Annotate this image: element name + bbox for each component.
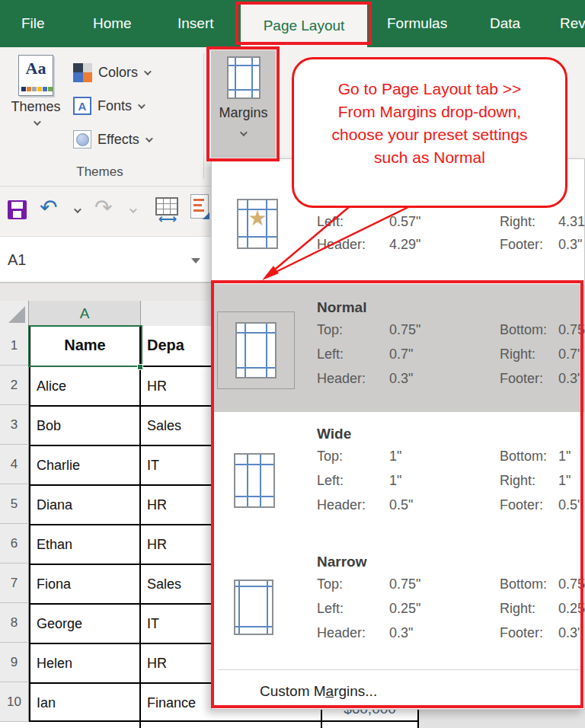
- margins-dropdown-menu: ★ Left: 0.57" Right: 4.31" Header: 4.29"…: [211, 158, 585, 710]
- cell-a10[interactable]: Ian: [29, 684, 141, 722]
- excel-window: File Home Insert Page Layout Formulas Da…: [0, 0, 585, 728]
- chevron-down-icon: [240, 129, 248, 136]
- themes-icon: Aa: [18, 55, 53, 96]
- theme-color-swatches: [21, 87, 53, 91]
- undo-icon[interactable]: ↶: [40, 197, 57, 219]
- star-icon: ★: [238, 206, 277, 231]
- tab-file[interactable]: File: [21, 0, 45, 47]
- last-custom-margins-icon: ★: [237, 199, 278, 249]
- tab-home[interactable]: Home: [93, 0, 132, 47]
- row-header-8[interactable]: 8: [0, 603, 29, 643]
- wide-margins-icon: [234, 453, 275, 508]
- sheet-background-strip: [419, 710, 585, 728]
- name-box-dropdown-icon[interactable]: [191, 258, 200, 263]
- cell-a4[interactable]: Charlie: [29, 446, 141, 486]
- redo-icon[interactable]: ↷: [94, 197, 112, 219]
- undo-chevron-icon[interactable]: [74, 206, 82, 213]
- menu-separator: [218, 669, 580, 670]
- preset-title: Normal: [317, 299, 366, 316]
- margins-label: Margins: [211, 105, 276, 121]
- callout-line: Go to Page Layout tab >>: [294, 78, 565, 101]
- fonts-icon: A: [73, 97, 91, 115]
- menu-item-wide[interactable]: Wide Top: 1" Bottom: 1" Left: 1" Right: …: [212, 412, 585, 540]
- menu-item-normal[interactable]: Normal Top: 0.75" Bottom: 0.75" Left: 0.…: [212, 284, 585, 412]
- cell-a3[interactable]: Bob: [29, 407, 141, 446]
- redo-chevron-icon[interactable]: [129, 206, 137, 213]
- row-header-7[interactable]: 7: [0, 564, 29, 603]
- cell-a5[interactable]: Diana: [29, 486, 141, 525]
- formula-bar-row: A1: [0, 236, 211, 283]
- chevron-down-icon: [138, 101, 145, 109]
- save-icon[interactable]: [8, 200, 27, 219]
- fill-handle[interactable]: [137, 364, 143, 370]
- group-separator: [203, 53, 204, 179]
- margins-button[interactable]: Margins: [211, 50, 276, 158]
- cell-a8[interactable]: George: [29, 605, 141, 644]
- tab-page-layout[interactable]: Page Layout: [241, 4, 367, 47]
- effects-button[interactable]: Effects: [73, 129, 151, 149]
- preset-title: Wide: [317, 426, 351, 442]
- themes-group-label: Themes: [0, 164, 200, 180]
- row-header-1[interactable]: 1: [0, 326, 29, 366]
- active-cell-selection-border: [28, 325, 142, 367]
- narrow-margins-icon: [234, 580, 273, 635]
- menu-item-narrow[interactable]: Narrow Top: 0.75" Bottom: 0.75" Left: 0.…: [212, 540, 585, 668]
- row-header-6[interactable]: 6: [0, 524, 29, 564]
- quick-access-toolbar: ↶ ↷ ⟷: [0, 187, 211, 236]
- row-header-4[interactable]: 4: [0, 445, 29, 484]
- row11-cell-a-partial[interactable]: [29, 722, 141, 728]
- row-header-10[interactable]: 10: [0, 682, 29, 722]
- row11-cell-b-partial[interactable]: [141, 722, 322, 728]
- callout-line: From Margins drop-down,: [294, 101, 565, 123]
- menu-item-custom-margins[interactable]: Custom Margins...: [212, 674, 585, 709]
- select-all-triangle-icon: [8, 306, 25, 323]
- cell-a9[interactable]: Helen: [29, 644, 141, 684]
- row-header-5[interactable]: 5: [0, 484, 29, 524]
- chevron-down-icon: [144, 68, 152, 75]
- annotation-callout: Go to Page Layout tab >> From Margins dr…: [292, 57, 567, 208]
- themes-label: Themes: [9, 99, 62, 115]
- column-header-a[interactable]: A: [29, 301, 141, 326]
- cell-a2[interactable]: Alice: [29, 367, 141, 407]
- themes-button[interactable]: Aa Themes: [9, 55, 62, 154]
- callout-line: such as Normal: [294, 146, 565, 169]
- preset-title: Narrow: [317, 554, 366, 570]
- tab-review[interactable]: Rev: [560, 0, 585, 47]
- row11-cell-c-partial[interactable]: [322, 722, 419, 728]
- row-header-2[interactable]: 2: [0, 366, 29, 405]
- name-box[interactable]: A1: [8, 237, 26, 283]
- normal-margins-icon: [235, 322, 277, 378]
- tab-insert[interactable]: Insert: [177, 0, 214, 47]
- fonts-button[interactable]: A Fonts: [73, 96, 143, 116]
- colors-button[interactable]: Colors: [73, 62, 149, 82]
- row-header-3[interactable]: 3: [0, 405, 29, 445]
- chevron-down-icon: [33, 118, 40, 126]
- callout-line: choose your preset settings: [294, 123, 565, 146]
- row-header-9[interactable]: 9: [0, 643, 29, 682]
- cell-a7[interactable]: Fiona: [29, 565, 141, 605]
- document-macro-icon[interactable]: [190, 194, 209, 219]
- margins-page-icon: [227, 56, 261, 99]
- tab-data[interactable]: Data: [490, 0, 520, 47]
- ribbon-tab-bar: File Home Insert Page Layout Formulas Da…: [0, 0, 585, 47]
- colors-icon: [73, 63, 92, 82]
- chevron-down-icon: [145, 135, 153, 142]
- tab-formulas[interactable]: Formulas: [387, 0, 447, 47]
- autofit-column-icon[interactable]: ⟷: [155, 197, 178, 216]
- effects-icon: [73, 130, 91, 148]
- select-all-button[interactable]: [0, 301, 29, 326]
- cell-a6[interactable]: Ethan: [29, 525, 141, 565]
